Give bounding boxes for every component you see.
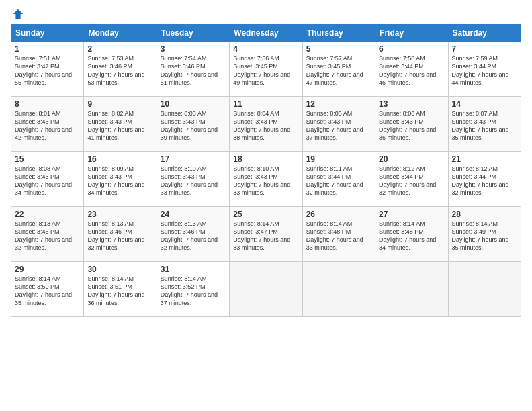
sunrise-text: Sunrise: 8:11 AM bbox=[306, 165, 353, 172]
day-detail: Sunrise: 8:10 AMSunset: 3:43 PMDaylight:… bbox=[161, 165, 226, 197]
daylight-text: Daylight: 7 hours and 53 minutes. bbox=[87, 71, 144, 86]
sunrise-text: Sunrise: 8:08 AM bbox=[15, 165, 61, 172]
sunrise-text: Sunrise: 8:12 AM bbox=[452, 165, 498, 172]
day-number: 20 bbox=[379, 154, 444, 164]
day-detail: Sunrise: 8:14 AMSunset: 3:51 PMDaylight:… bbox=[87, 275, 152, 308]
svg-marker-0 bbox=[13, 9, 23, 19]
sunrise-text: Sunrise: 7:57 AM bbox=[306, 55, 353, 62]
calendar-header-sunday: Sunday bbox=[11, 25, 84, 42]
calendar-cell: 9Sunrise: 8:02 AMSunset: 3:43 PMDaylight… bbox=[84, 97, 157, 152]
day-detail: Sunrise: 8:14 AMSunset: 3:48 PMDaylight:… bbox=[306, 220, 371, 253]
calendar-header-tuesday: Tuesday bbox=[157, 25, 229, 42]
sunset-text: Sunset: 3:50 PM bbox=[15, 283, 60, 290]
day-number: 1 bbox=[15, 44, 80, 54]
day-detail: Sunrise: 8:02 AMSunset: 3:43 PMDaylight:… bbox=[87, 109, 152, 142]
sunset-text: Sunset: 3:51 PM bbox=[87, 283, 132, 290]
day-number: 2 bbox=[87, 44, 152, 54]
sunrise-text: Sunrise: 8:07 AM bbox=[452, 110, 498, 117]
sunset-text: Sunset: 3:46 PM bbox=[161, 63, 206, 70]
calendar-header-thursday: Thursday bbox=[302, 25, 375, 42]
day-detail: Sunrise: 8:09 AMSunset: 3:43 PMDaylight:… bbox=[87, 165, 152, 197]
sunrise-text: Sunrise: 8:09 AM bbox=[87, 165, 134, 172]
day-detail: Sunrise: 7:56 AMSunset: 3:45 PMDaylight:… bbox=[233, 54, 298, 87]
sunset-text: Sunset: 3:46 PM bbox=[87, 63, 132, 70]
day-detail: Sunrise: 8:01 AMSunset: 3:43 PMDaylight:… bbox=[15, 109, 80, 142]
sunset-text: Sunset: 3:44 PM bbox=[452, 63, 497, 70]
day-number: 10 bbox=[161, 99, 226, 109]
day-detail: Sunrise: 8:13 AMSunset: 3:46 PMDaylight:… bbox=[87, 220, 152, 253]
sunset-text: Sunset: 3:43 PM bbox=[87, 173, 132, 180]
daylight-text: Daylight: 7 hours and 36 minutes. bbox=[87, 291, 144, 306]
calendar-cell: 15Sunrise: 8:08 AMSunset: 3:43 PMDayligh… bbox=[11, 152, 84, 207]
sunrise-text: Sunrise: 8:14 AM bbox=[233, 220, 279, 227]
daylight-text: Daylight: 7 hours and 35 minutes. bbox=[15, 291, 72, 306]
day-detail: Sunrise: 8:04 AMSunset: 3:43 PMDaylight:… bbox=[233, 109, 298, 142]
day-number: 14 bbox=[452, 99, 517, 109]
day-number: 18 bbox=[233, 154, 298, 164]
sunrise-text: Sunrise: 8:14 AM bbox=[379, 220, 425, 227]
sunset-text: Sunset: 3:44 PM bbox=[379, 63, 424, 70]
daylight-text: Daylight: 7 hours and 41 minutes. bbox=[87, 126, 144, 141]
calendar-week-row: 1Sunrise: 7:51 AMSunset: 3:47 PMDaylight… bbox=[11, 42, 521, 97]
sunrise-text: Sunrise: 8:13 AM bbox=[87, 220, 134, 227]
sunrise-text: Sunrise: 8:02 AM bbox=[87, 110, 134, 117]
calendar-cell: 24Sunrise: 8:13 AMSunset: 3:46 PMDayligh… bbox=[157, 207, 229, 262]
sunrise-text: Sunrise: 8:14 AM bbox=[452, 220, 498, 227]
calendar: SundayMondayTuesdayWednesdayThursdayFrid… bbox=[11, 24, 521, 317]
calendar-header-row: SundayMondayTuesdayWednesdayThursdayFrid… bbox=[11, 25, 521, 42]
day-number: 11 bbox=[233, 99, 298, 109]
calendar-cell bbox=[375, 262, 448, 317]
sunrise-text: Sunrise: 8:14 AM bbox=[306, 220, 353, 227]
daylight-text: Daylight: 7 hours and 46 minutes. bbox=[379, 71, 436, 86]
day-number: 28 bbox=[452, 210, 517, 219]
daylight-text: Daylight: 7 hours and 32 minutes. bbox=[306, 181, 363, 196]
daylight-text: Daylight: 7 hours and 33 minutes. bbox=[306, 236, 363, 251]
day-detail: Sunrise: 8:14 AMSunset: 3:47 PMDaylight:… bbox=[233, 220, 298, 253]
sunrise-text: Sunrise: 7:51 AM bbox=[15, 55, 61, 62]
sunset-text: Sunset: 3:52 PM bbox=[161, 283, 206, 290]
daylight-text: Daylight: 7 hours and 33 minutes. bbox=[161, 181, 218, 196]
day-number: 12 bbox=[306, 99, 371, 109]
sunset-text: Sunset: 3:43 PM bbox=[452, 118, 497, 125]
calendar-cell: 27Sunrise: 8:14 AMSunset: 3:48 PMDayligh… bbox=[375, 207, 448, 262]
sunset-text: Sunset: 3:44 PM bbox=[452, 173, 497, 180]
sunset-text: Sunset: 3:46 PM bbox=[87, 228, 132, 235]
sunset-text: Sunset: 3:44 PM bbox=[306, 173, 351, 180]
calendar-header-friday: Friday bbox=[375, 25, 448, 42]
calendar-cell: 26Sunrise: 8:14 AMSunset: 3:48 PMDayligh… bbox=[302, 207, 375, 262]
day-number: 16 bbox=[87, 154, 152, 164]
logo-icon bbox=[12, 8, 24, 20]
day-number: 4 bbox=[233, 44, 298, 54]
daylight-text: Daylight: 7 hours and 39 minutes. bbox=[161, 126, 218, 141]
day-number: 7 bbox=[452, 44, 517, 54]
daylight-text: Daylight: 7 hours and 55 minutes. bbox=[15, 71, 72, 86]
day-number: 3 bbox=[161, 44, 226, 54]
day-number: 30 bbox=[87, 265, 152, 274]
daylight-text: Daylight: 7 hours and 51 minutes. bbox=[161, 71, 218, 86]
sunrise-text: Sunrise: 8:05 AM bbox=[306, 110, 353, 117]
day-detail: Sunrise: 8:14 AMSunset: 3:50 PMDaylight:… bbox=[15, 275, 80, 308]
sunrise-text: Sunrise: 8:10 AM bbox=[161, 165, 207, 172]
calendar-header-saturday: Saturday bbox=[448, 25, 521, 42]
sunset-text: Sunset: 3:45 PM bbox=[233, 63, 278, 70]
calendar-cell: 17Sunrise: 8:10 AMSunset: 3:43 PMDayligh… bbox=[157, 152, 229, 207]
sunset-text: Sunset: 3:43 PM bbox=[379, 118, 424, 125]
day-detail: Sunrise: 7:58 AMSunset: 3:44 PMDaylight:… bbox=[379, 54, 444, 87]
day-detail: Sunrise: 8:14 AMSunset: 3:52 PMDaylight:… bbox=[161, 275, 226, 308]
calendar-cell bbox=[302, 262, 375, 317]
calendar-cell: 28Sunrise: 8:14 AMSunset: 3:49 PMDayligh… bbox=[448, 207, 521, 262]
daylight-text: Daylight: 7 hours and 33 minutes. bbox=[233, 236, 290, 251]
sunset-text: Sunset: 3:43 PM bbox=[15, 118, 60, 125]
calendar-cell: 30Sunrise: 8:14 AMSunset: 3:51 PMDayligh… bbox=[84, 262, 157, 317]
sunset-text: Sunset: 3:45 PM bbox=[306, 63, 351, 70]
sunset-text: Sunset: 3:45 PM bbox=[15, 228, 60, 235]
day-detail: Sunrise: 8:10 AMSunset: 3:43 PMDaylight:… bbox=[233, 165, 298, 197]
sunset-text: Sunset: 3:43 PM bbox=[161, 118, 206, 125]
sunrise-text: Sunrise: 8:13 AM bbox=[15, 220, 61, 227]
calendar-cell bbox=[448, 262, 521, 317]
day-number: 22 bbox=[15, 210, 80, 219]
header bbox=[11, 8, 521, 20]
calendar-cell: 5Sunrise: 7:57 AMSunset: 3:45 PMDaylight… bbox=[302, 42, 375, 97]
day-detail: Sunrise: 8:03 AMSunset: 3:43 PMDaylight:… bbox=[161, 109, 226, 142]
calendar-header-wednesday: Wednesday bbox=[230, 25, 302, 42]
